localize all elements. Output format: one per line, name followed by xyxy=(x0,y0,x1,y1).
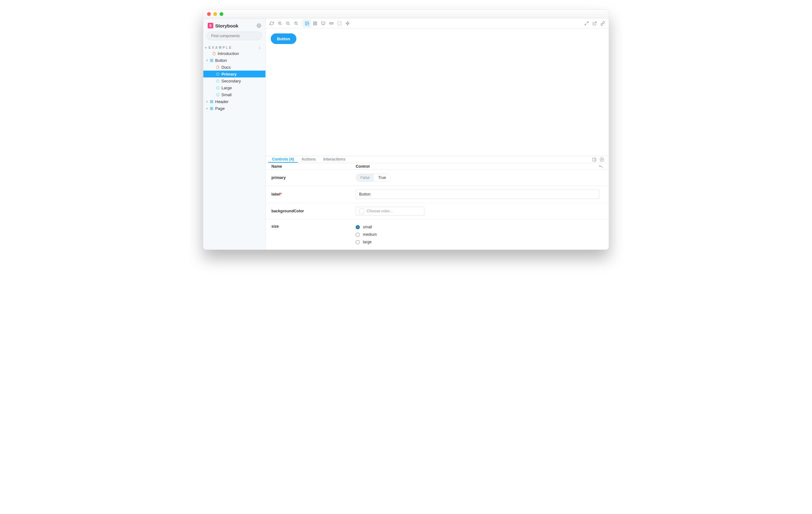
nav-tree: Introduction▾ButtonDocsPrimarySecondaryL… xyxy=(203,50,265,112)
story-icon xyxy=(216,93,220,96)
addons-close-icon[interactable] xyxy=(598,158,606,162)
svg-line-45 xyxy=(594,22,596,23)
component-icon xyxy=(209,58,213,62)
svg-point-29 xyxy=(306,23,307,23)
nav-item-primary[interactable]: Primary xyxy=(203,70,265,78)
grid-icon[interactable] xyxy=(311,19,319,27)
svg-rect-32 xyxy=(315,24,317,25)
nav-item-label: Large xyxy=(222,86,232,90)
control-name-primary: primary xyxy=(271,175,286,180)
svg-rect-4 xyxy=(212,59,213,60)
nav-item-page[interactable]: ▸Page xyxy=(203,105,265,112)
section-heading[interactable]: EXAMPLE xyxy=(209,46,232,49)
nav-item-label: Small xyxy=(222,92,232,97)
gear-icon[interactable] xyxy=(257,23,261,28)
svg-rect-15 xyxy=(210,107,211,108)
viewport-icon[interactable] xyxy=(319,19,327,27)
section-arrow-icon[interactable]: ▾ xyxy=(205,46,208,49)
search-input[interactable]: / xyxy=(206,32,262,40)
size-option-medium[interactable]: medium xyxy=(356,231,603,238)
addons-panel: Controls (4) Actions Interactions Name C… xyxy=(266,156,609,250)
reset-controls-icon[interactable] xyxy=(599,164,603,169)
nav-item-small[interactable]: Small xyxy=(203,91,265,98)
svg-rect-41 xyxy=(338,22,341,25)
search-field[interactable] xyxy=(211,34,258,38)
chevron-icon: ▸ xyxy=(206,107,209,110)
nav-item-header[interactable]: ▸Header xyxy=(203,98,265,105)
size-label-small: small xyxy=(363,225,372,229)
nav-item-label: Secondary xyxy=(222,79,241,83)
open-external-icon[interactable] xyxy=(590,19,599,27)
svg-rect-6 xyxy=(210,61,211,61)
size-radio-medium[interactable] xyxy=(356,233,360,237)
nav-item-docs[interactable]: Docs xyxy=(203,64,265,70)
preview-pane: Button Controls (4) Actions Interactions… xyxy=(266,19,609,250)
svg-line-27 xyxy=(297,24,298,25)
svg-rect-16 xyxy=(212,107,213,108)
lightning-icon[interactable] xyxy=(344,19,352,27)
addons-orientation-icon[interactable] xyxy=(590,158,598,162)
story-icon xyxy=(216,86,220,90)
size-radio-small[interactable] xyxy=(356,225,360,229)
nav-item-label: Button xyxy=(215,58,227,63)
nav-item-secondary[interactable]: Secondary xyxy=(203,78,265,84)
app-window: S Storybook / ▾ EXAMPLE xyxy=(203,9,609,250)
tab-actions[interactable]: Actions xyxy=(298,156,319,163)
bgcolor-placeholder: Choose color... xyxy=(367,209,393,213)
story-button[interactable]: Button xyxy=(271,33,296,44)
svg-rect-30 xyxy=(314,22,315,23)
nav-item-label: Introduction xyxy=(218,51,239,56)
chevron-icon: ▾ xyxy=(206,59,209,62)
component-icon xyxy=(209,99,213,103)
col-control: Control xyxy=(356,164,370,169)
size-label-large: large xyxy=(363,240,372,244)
primary-true[interactable]: True xyxy=(374,174,390,181)
window-close-button[interactable] xyxy=(207,12,211,16)
zoom-in-icon[interactable] xyxy=(276,19,284,27)
tab-controls[interactable]: Controls (4) xyxy=(268,156,298,163)
control-row-backgroundcolor: backgroundColor Choose color... xyxy=(266,203,609,220)
component-icon xyxy=(209,107,213,110)
svg-rect-34 xyxy=(322,22,325,24)
nav-item-large[interactable]: Large xyxy=(203,84,265,91)
svg-rect-36 xyxy=(329,23,333,24)
docs-icon xyxy=(212,52,216,55)
outline-icon[interactable] xyxy=(336,19,344,27)
remount-icon[interactable] xyxy=(268,19,276,27)
size-radio-large[interactable] xyxy=(356,240,360,244)
required-star-icon: * xyxy=(281,192,282,196)
zoom-reset-icon[interactable] xyxy=(292,19,300,27)
fullscreen-icon[interactable] xyxy=(582,19,590,27)
primary-false[interactable]: False xyxy=(356,174,374,181)
section-sort-icon[interactable] xyxy=(258,46,261,49)
svg-rect-14 xyxy=(210,102,211,103)
measure-icon[interactable] xyxy=(327,19,336,27)
copy-link-icon[interactable] xyxy=(599,19,607,27)
story-icon xyxy=(216,72,220,76)
size-option-small[interactable]: small xyxy=(356,223,603,231)
window-titlebar xyxy=(203,10,609,19)
nav-item-button[interactable]: ▾Button xyxy=(203,57,265,64)
bgcolor-input[interactable]: Choose color... xyxy=(356,207,425,216)
sidebar: S Storybook / ▾ EXAMPLE xyxy=(203,19,266,250)
nav-item-introduction[interactable]: Introduction xyxy=(203,50,265,57)
window-minimize-button[interactable] xyxy=(213,12,217,16)
tab-interactions[interactable]: Interactions xyxy=(319,156,349,163)
svg-rect-9 xyxy=(216,86,219,89)
size-radio-group: smallmediumlarge xyxy=(356,223,603,246)
storybook-logo[interactable]: S Storybook xyxy=(208,23,238,28)
svg-line-24 xyxy=(289,24,290,25)
color-swatch-icon xyxy=(359,208,364,213)
control-name-size: size xyxy=(271,224,279,229)
background-icon[interactable] xyxy=(303,19,311,27)
zoom-out-icon[interactable] xyxy=(284,19,292,27)
svg-rect-46 xyxy=(593,158,596,161)
svg-rect-13 xyxy=(212,102,213,103)
label-input[interactable] xyxy=(356,190,599,199)
svg-rect-31 xyxy=(315,22,317,23)
primary-toggle[interactable]: False True xyxy=(356,174,391,182)
control-name-bgcolor: backgroundColor xyxy=(271,209,304,213)
window-maximize-button[interactable] xyxy=(220,12,223,16)
size-option-large[interactable]: large xyxy=(356,238,603,246)
svg-line-43 xyxy=(587,22,588,23)
